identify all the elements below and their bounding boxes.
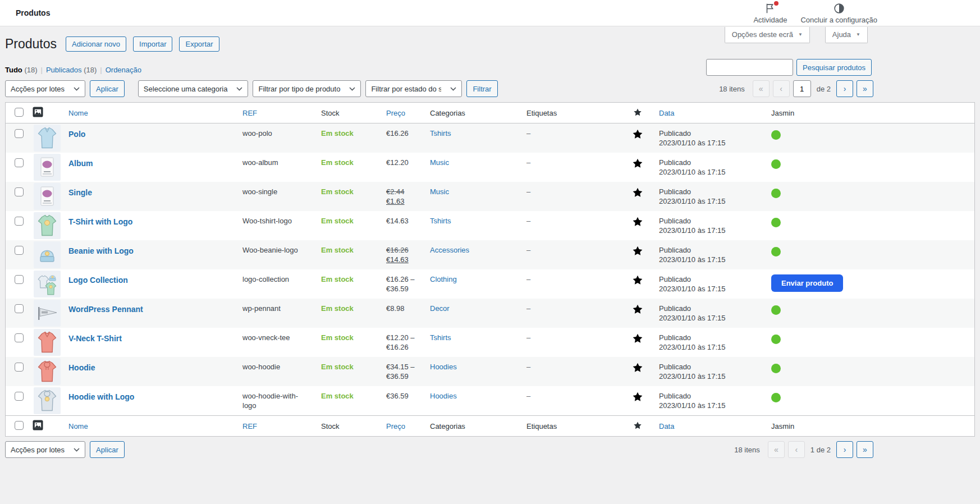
product-tags: – xyxy=(526,187,530,196)
help-toggle[interactable]: Ajuda ▼ xyxy=(825,27,868,43)
row-checkbox[interactable] xyxy=(15,275,24,284)
finish-setup-button[interactable]: Concluir a configuração xyxy=(800,2,877,24)
bulk-actions-select-bottom[interactable]: Acções por lotes xyxy=(5,441,85,458)
sort-by-sku[interactable]: REF xyxy=(242,422,257,430)
featured-star-icon[interactable] xyxy=(632,216,643,230)
prev-page-button[interactable]: ‹ xyxy=(788,441,805,458)
product-name-link[interactable]: V-Neck T-Shirt xyxy=(68,333,122,343)
items-count: 18 itens xyxy=(734,446,760,454)
featured-star-icon[interactable] xyxy=(632,391,643,405)
search-button[interactable]: Pesquisar produtos xyxy=(796,59,872,76)
product-thumbnail[interactable] xyxy=(34,183,61,210)
product-name-link[interactable]: Album xyxy=(68,158,93,168)
product-thumbnail[interactable] xyxy=(34,154,61,181)
category-link[interactable]: Hoodies xyxy=(430,392,457,400)
next-page-button[interactable]: › xyxy=(836,441,853,458)
select-all-checkbox-bottom[interactable] xyxy=(15,421,24,430)
product-thumbnail[interactable] xyxy=(34,387,61,414)
row-checkbox[interactable] xyxy=(15,129,24,138)
first-page-button[interactable]: « xyxy=(768,441,785,458)
select-all-checkbox[interactable] xyxy=(15,108,24,117)
product-thumbnail[interactable] xyxy=(34,241,61,268)
row-checkbox[interactable] xyxy=(15,187,24,196)
prev-page-button[interactable]: ‹ xyxy=(773,80,790,97)
product-thumbnail[interactable] xyxy=(34,271,61,297)
row-checkbox[interactable] xyxy=(15,363,24,372)
next-page-button[interactable]: › xyxy=(836,80,853,97)
view-sorting-link[interactable]: Ordenação xyxy=(106,66,141,74)
add-new-button[interactable]: Adicionar novo xyxy=(66,36,126,52)
category-link[interactable]: Music xyxy=(430,187,449,196)
featured-star-icon[interactable] xyxy=(632,274,643,288)
product-type-filter-select[interactable]: Filtrar por tipo de produto xyxy=(253,80,361,97)
product-name-link[interactable]: Hoodie with Logo xyxy=(68,391,134,402)
category-link[interactable]: Accessories xyxy=(430,246,469,254)
send-product-button[interactable]: Enviar produto xyxy=(771,274,843,292)
image-icon xyxy=(33,107,43,117)
publish-date: 2023/01/10 às 17:15 xyxy=(659,197,726,205)
row-checkbox[interactable] xyxy=(15,333,24,342)
sort-by-date[interactable]: Data xyxy=(659,422,674,430)
featured-star-icon[interactable] xyxy=(632,158,643,171)
product-thumbnail[interactable] xyxy=(34,329,61,356)
category-link[interactable]: Decor xyxy=(430,304,450,313)
category-link[interactable]: Hoodies xyxy=(430,363,457,371)
table-row: V-Neck T-Shirt woo-vneck-tee Em stock €1… xyxy=(6,328,974,357)
row-checkbox[interactable] xyxy=(15,158,24,167)
category-link[interactable]: Tshirts xyxy=(430,129,451,138)
product-name-link[interactable]: Single xyxy=(68,187,92,198)
search-input[interactable] xyxy=(706,59,793,76)
publish-date: 2023/01/10 às 17:15 xyxy=(659,343,726,351)
category-link[interactable]: Tshirts xyxy=(430,333,451,342)
last-page-button[interactable]: » xyxy=(857,80,873,97)
sort-by-price[interactable]: Preço xyxy=(386,109,405,117)
import-button[interactable]: Importar xyxy=(133,36,172,52)
product-name-link[interactable]: WordPress Pennant xyxy=(68,304,143,314)
view-published-link[interactable]: Publicados (18) xyxy=(46,66,97,74)
product-tags: – xyxy=(526,217,530,225)
featured-star-icon[interactable] xyxy=(632,129,643,142)
product-name-link[interactable]: T-Shirt with Logo xyxy=(68,216,132,227)
sort-by-name[interactable]: Nome xyxy=(68,109,88,117)
last-page-button[interactable]: » xyxy=(857,441,873,458)
activity-button[interactable]: Actividade xyxy=(753,2,787,24)
apply-button-bottom[interactable]: Aplicar xyxy=(90,441,125,458)
featured-star-icon[interactable] xyxy=(632,187,643,200)
stock-status: Em stock xyxy=(321,363,354,371)
featured-star-icon[interactable] xyxy=(632,304,643,317)
product-sku: woo-hoodie xyxy=(242,363,280,371)
featured-star-icon[interactable] xyxy=(632,245,643,259)
sort-by-name[interactable]: Nome xyxy=(68,422,88,430)
row-checkbox[interactable] xyxy=(15,217,24,226)
product-name-link[interactable]: Beanie with Logo xyxy=(68,245,134,256)
product-name-link[interactable]: Hoodie xyxy=(68,362,95,373)
product-thumbnail[interactable] xyxy=(34,300,61,327)
sort-by-price[interactable]: Preço xyxy=(386,422,405,430)
apply-button[interactable]: Aplicar xyxy=(90,80,125,97)
featured-star-icon[interactable] xyxy=(632,362,643,375)
view-all-link[interactable]: Tudo (18) xyxy=(5,66,38,74)
stock-status-filter-select[interactable]: Filtrar por estado do stock xyxy=(365,80,462,97)
bulk-actions-select[interactable]: Acções por lotes xyxy=(5,80,85,97)
current-page-input[interactable] xyxy=(793,80,811,97)
row-checkbox[interactable] xyxy=(15,392,24,401)
category-filter-select[interactable]: Seleccione uma categoria xyxy=(138,80,249,97)
first-page-button[interactable]: « xyxy=(753,80,770,97)
sort-by-sku[interactable]: REF xyxy=(242,109,257,117)
product-name-link[interactable]: Polo xyxy=(68,129,85,139)
category-link[interactable]: Clothing xyxy=(430,275,457,283)
filter-button[interactable]: Filtrar xyxy=(466,80,497,97)
row-checkbox[interactable] xyxy=(15,304,24,313)
sort-by-date[interactable]: Data xyxy=(659,109,674,117)
product-name-link[interactable]: Logo Collection xyxy=(68,274,128,285)
product-thumbnail[interactable] xyxy=(34,358,61,385)
product-thumbnail[interactable] xyxy=(34,212,61,239)
row-checkbox[interactable] xyxy=(15,246,24,255)
featured-star-icon[interactable] xyxy=(632,333,643,346)
page-position-label: 1 de 2 xyxy=(810,446,831,454)
screen-options-toggle[interactable]: Opções deste ecrã ▼ xyxy=(725,27,810,43)
export-button[interactable]: Exportar xyxy=(179,36,219,52)
category-link[interactable]: Tshirts xyxy=(430,217,451,225)
category-link[interactable]: Music xyxy=(430,158,449,167)
product-thumbnail[interactable] xyxy=(34,125,61,152)
